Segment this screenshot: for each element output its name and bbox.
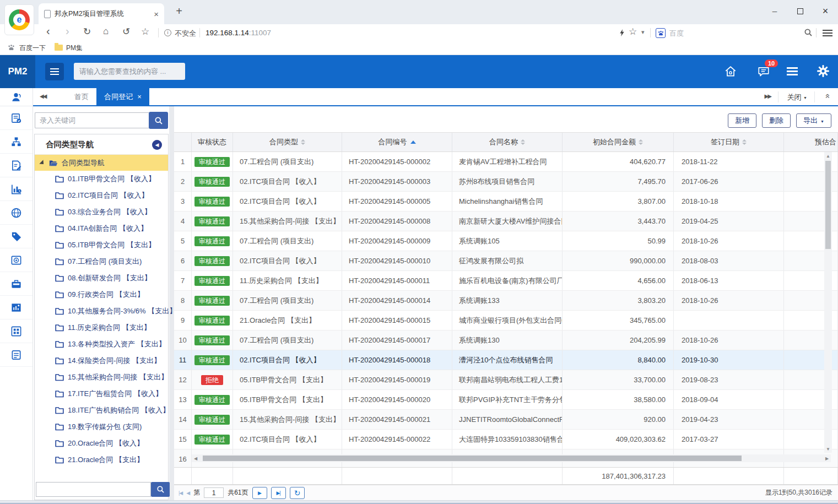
maximize-button[interactable] — [787, 0, 813, 22]
next-page-button[interactable] — [252, 487, 267, 499]
url-text[interactable]: 192.168.1.14:11007 — [206, 29, 271, 37]
table-row[interactable]: 1审核通过07.工程合同 (项目支出)HT-20200429145-000002… — [174, 152, 838, 172]
sidebar-globe-icon[interactable] — [0, 201, 33, 225]
tree-item[interactable]: 02.ITC项目合同 【收入】 — [35, 187, 168, 204]
table-row[interactable]: 11审核通过02.ITC项目合同 【收入】HT-20200429145-0000… — [174, 350, 838, 370]
scroll-up-icon[interactable] — [824, 152, 832, 160]
sidebar-image-chart-icon[interactable] — [0, 296, 33, 319]
tree-item[interactable]: 19.数字传媒分包 (支同) — [35, 419, 168, 435]
settings-gear-icon[interactable] — [817, 64, 830, 78]
header-amount[interactable]: 初始合同金额 — [563, 133, 674, 151]
browser-logo[interactable]: e — [4, 4, 34, 35]
tree-item[interactable]: 21.Oracle合同 【支出】 — [35, 452, 168, 468]
vertical-scrollbar[interactable] — [824, 152, 832, 453]
tree-item[interactable]: 17.ITE广告租赁合同 【收入】 — [35, 386, 168, 402]
tab-home[interactable]: 首页 — [62, 88, 101, 105]
tree-item[interactable]: 18.ITE广告机购销合同 【收入】 — [35, 402, 168, 419]
scrollbar-thumb[interactable] — [825, 161, 831, 249]
minimize-button[interactable] — [762, 0, 787, 22]
header-type[interactable]: 合同类型 — [233, 133, 342, 151]
baidu-search-field[interactable]: 百度 — [669, 29, 684, 39]
sidebar-photo-grid-icon[interactable] — [0, 319, 33, 343]
star-icon[interactable] — [141, 26, 149, 37]
sidebar-form-check-icon[interactable] — [0, 106, 33, 130]
portal-home-icon[interactable] — [724, 65, 737, 78]
browser-tab[interactable]: 邦永PM2项目管理系统 — [39, 3, 164, 24]
scroll-left-icon[interactable] — [192, 454, 199, 462]
tree-item[interactable]: 11.历史采购合同 【支出】 — [35, 319, 168, 336]
collapse-panel-icon[interactable] — [152, 140, 162, 150]
tree-item[interactable]: 04.ITA创新合同 【收入】 — [35, 220, 168, 237]
sidebar-briefcase-icon[interactable] — [0, 272, 33, 296]
undo-icon[interactable] — [122, 26, 130, 37]
tree-item[interactable]: 14.保险类合同-间接 【支出】 — [35, 353, 168, 369]
sidebar-doc-edit-icon[interactable] — [0, 154, 33, 177]
table-row[interactable]: 14审核通过15.其他采购合同-间接 【支出】HT-20200429145-00… — [174, 410, 838, 430]
tree-item[interactable]: 07.工程合同 (项目支出) — [35, 253, 168, 270]
tree-item[interactable]: 13.各种类型投入资产 【支出】 — [35, 336, 168, 353]
scroll-right-icon[interactable] — [823, 454, 831, 462]
nav-toggle-button[interactable] — [45, 63, 64, 80]
caret-expanded-icon[interactable] — [39, 160, 45, 166]
table-row[interactable]: 2审核通过02.ITC项目合同 【收入】HT-20200429145-00000… — [174, 172, 838, 192]
scroll-tabs-right-icon[interactable] — [765, 93, 771, 99]
table-row[interactable]: 6审核通过02.ITC项目合同 【收入】HT-20200429145-00001… — [174, 251, 838, 271]
table-row[interactable]: 10审核通过07.工程合同 (项目支出)HT-20200429145-00001… — [174, 330, 838, 350]
tab-close-icon[interactable] — [154, 9, 159, 19]
close-button[interactable] — [813, 0, 838, 22]
horizontal-scrollbar[interactable] — [192, 454, 831, 462]
tree-root-node[interactable]: 合同类型导航 — [35, 155, 168, 171]
sidebar-server-icon[interactable] — [0, 343, 33, 367]
app-logo[interactable]: PM2 — [0, 55, 35, 88]
last-page-button[interactable] — [271, 487, 286, 499]
first-page-icon[interactable] — [179, 490, 182, 496]
refresh-button[interactable] — [290, 487, 305, 499]
chevron-down-icon[interactable] — [641, 26, 645, 37]
delete-button[interactable]: 删除 — [762, 113, 791, 128]
tree-item[interactable]: 09.行政类合同 【支出】 — [35, 286, 168, 303]
close-tabs-button[interactable]: 关闭 — [787, 93, 807, 102]
table-row[interactable]: 3审核通过02.ITC项目合同 【收入】HT-20200429145-00000… — [174, 192, 838, 212]
scrollbar-thumb[interactable] — [203, 456, 742, 461]
sidebar-org-chart-icon[interactable] — [0, 130, 33, 154]
export-button[interactable]: 导出 — [796, 113, 831, 128]
refresh-icon[interactable] — [83, 26, 91, 37]
app-menu-icon[interactable] — [787, 67, 798, 69]
bookmark-pm[interactable]: PM集 — [66, 44, 83, 53]
table-row[interactable]: 5审核通过07.工程合同 (项目支出)HT-20200429145-000009… — [174, 231, 838, 251]
scroll-down-icon[interactable] — [824, 445, 832, 453]
info-icon[interactable]: i — [164, 29, 171, 36]
tree-item[interactable]: 08.创新研发合同 【支出】 — [35, 270, 168, 286]
table-row[interactable]: 15审核通过02.ITC项目合同 【收入】HT-20200429145-0000… — [174, 430, 838, 449]
table-row[interactable]: 12拒绝05.ITB甲骨文合同 【支出】HT-20200429145-00001… — [174, 370, 838, 390]
baidu-paw-icon[interactable] — [656, 28, 666, 38]
table-row[interactable]: 8审核通过07.工程合同 (项目支出)HT-20200429145-000014… — [174, 291, 838, 311]
tree-item[interactable]: 03.综合业务合同 【收入】 — [35, 204, 168, 220]
collapse-up-icon[interactable] — [826, 91, 830, 101]
header-estimate[interactable]: 预估合 — [784, 133, 838, 151]
prev-page-icon[interactable] — [186, 490, 190, 496]
new-tab-button[interactable] — [172, 5, 186, 18]
scroll-tabs-left-icon[interactable] — [40, 93, 46, 99]
sidebar-photo-gear-icon[interactable] — [0, 248, 33, 272]
sidebar-bar-chart-icon[interactable] — [0, 177, 33, 201]
page-number-input[interactable] — [204, 487, 224, 498]
bookmark-baidu[interactable]: 百度一下 — [19, 44, 46, 53]
back-icon[interactable] — [46, 25, 50, 37]
tree-item[interactable]: 10.其他服务合同-3%/6% 【支出】 — [35, 303, 168, 319]
sidebar-user-icon[interactable] — [0, 88, 33, 106]
table-row[interactable]: 7审核通过11.历史采购合同 【支出】HT-20200429145-000011… — [174, 271, 838, 291]
tree-search-input[interactable] — [35, 112, 149, 128]
tree-item[interactable]: 05.ITB甲骨文合同 【支出】 — [35, 237, 168, 253]
header-date[interactable]: 签订日期 — [674, 133, 784, 151]
bookmark-star-icon[interactable] — [629, 26, 637, 37]
tree-filter-input[interactable] — [36, 482, 151, 497]
tree-item[interactable]: 20.Oracle合同 【收入】 — [35, 435, 168, 452]
lightning-icon[interactable] — [619, 29, 625, 37]
add-button[interactable]: 新增 — [728, 113, 756, 128]
header-status[interactable]: 审核状态 — [192, 133, 233, 151]
browser-menu-icon[interactable] — [823, 30, 832, 31]
table-row[interactable]: 9审核通过21.Oracle合同 【支出】HT-20200429145-0000… — [174, 311, 838, 330]
home-icon[interactable] — [103, 26, 109, 37]
header-code[interactable]: 合同编号 — [342, 133, 452, 151]
